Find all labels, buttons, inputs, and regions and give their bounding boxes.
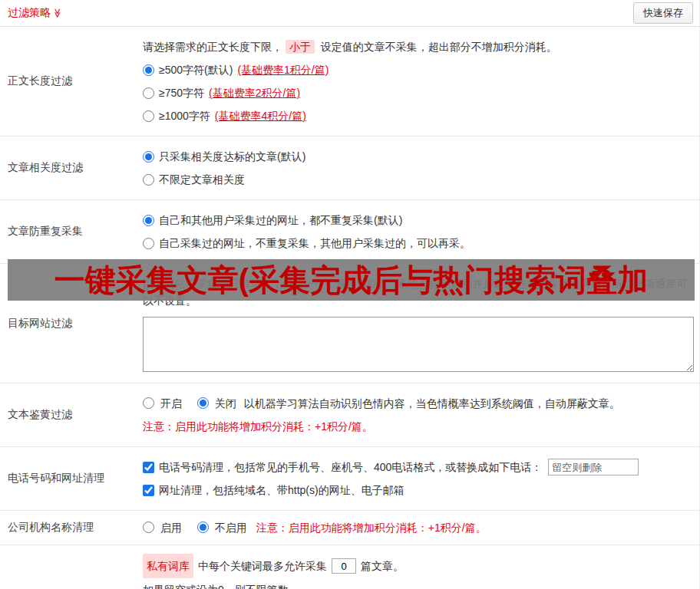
keyword-count-input[interactable] xyxy=(332,558,356,574)
row-keyword-dedup: 关键词防重复采集 私有词库 中每个关键词最多允许采集 篇文章。 如果留空或设为0… xyxy=(0,545,699,589)
watermark-text: 一键采集文章(采集完成后与热门搜索词叠加 xyxy=(54,259,648,301)
less-than-highlight: 小于 xyxy=(286,40,315,54)
length-1000-fee-note: (基础费率4积分/篇) xyxy=(215,104,306,127)
row-body-length-filter: 正文长度过滤 请选择需求的正文长度下限， 小于 设定值的文章不采集，超出部分不增… xyxy=(0,27,699,137)
company-disable-radio[interactable] xyxy=(197,522,209,533)
blocked-sites-textarea[interactable] xyxy=(143,317,694,372)
keyword-limit-line: 私有词库 中每个关键词最多允许采集 篇文章。 xyxy=(143,554,693,578)
relevance-option-default: 只采集相关度达标的文章(默认) xyxy=(143,145,693,168)
length-500-fee-note: (基础费率1积分/篇) xyxy=(237,58,329,81)
body-length-intro: 请选择需求的正文长度下限， 小于 设定值的文章不采集，超出部分不增加积分消耗。 xyxy=(143,35,693,58)
row-phone-url-clean: 电话号码和网址清理 电话号码清理，包括常见的手机号、座机号、400电话格式，或替… xyxy=(0,447,699,511)
filter-strategy-page: 过滤策略 ≫ 快速保存 正文长度过滤 请选择需求的正文长度下限， 小于 设定值的… xyxy=(0,0,700,589)
relevance-default-radio[interactable] xyxy=(143,151,154,163)
porn-on-radio[interactable] xyxy=(143,397,154,409)
row-label-dedup: 文章防重复采集 xyxy=(0,200,137,263)
row-label-company: 公司机构名称清理 xyxy=(0,511,137,545)
length-1000-radio[interactable] xyxy=(143,110,154,122)
dedup-all-radio[interactable] xyxy=(143,215,154,226)
porn-cost-note: 注意：启用此功能将增加积分消耗：+1积分/篇。 xyxy=(143,415,693,438)
porn-off-radio[interactable] xyxy=(197,397,209,409)
company-enable-radio[interactable] xyxy=(143,522,154,533)
page-title[interactable]: 过滤策略 ≫ xyxy=(8,6,63,20)
dedup-option-self: 自己采集过的网址，不重复采集，其他用户采集过的，可以再采。 xyxy=(143,232,693,255)
replacement-phone-input[interactable] xyxy=(548,459,639,475)
dedup-self-radio[interactable] xyxy=(143,238,154,249)
dedup-option-all: 自己和其他用户采集过的网址，都不重复采集(默认) xyxy=(143,209,693,232)
porn-on-option[interactable]: 开启 xyxy=(143,392,182,415)
length-500-radio[interactable] xyxy=(143,64,154,76)
private-lexicon-highlight: 私有词库 xyxy=(143,554,193,578)
company-enable-option[interactable]: 启用 xyxy=(143,516,182,539)
length-750-radio[interactable] xyxy=(143,87,154,99)
row-label-relevance: 文章相关度过滤 xyxy=(0,137,137,199)
company-cost-note: 注意：启用此功能将增加积分消耗：+1积分/篇。 xyxy=(256,516,487,539)
length-750-fee-note: (基础费率2积分/篇) xyxy=(209,81,300,104)
porn-options-line: 开启 关闭 以机器学习算法自动识别色情内容，当色情概率达到系统阈值，自动屏蔽文章… xyxy=(143,392,693,415)
url-clean-line: 网址清理，包括纯域名、带http(s)的网址、电子邮箱 xyxy=(143,479,693,502)
length-option-1000: ≥1000字符 (基础费率4积分/篇) xyxy=(143,104,693,127)
company-options-line: 启用 不启用 注意：启用此功能将增加积分消耗：+1积分/篇。 xyxy=(143,516,693,539)
relevance-option-unlimited: 不限定文章相关度 xyxy=(143,168,693,191)
page-title-text: 过滤策略 xyxy=(8,6,51,20)
keyword-note-zero: 如果留空或设为0，则不限篇数。 xyxy=(143,578,693,589)
row-dedup-filter: 文章防重复采集 自己和其他用户采集过的网址，都不重复采集(默认) 自己采集过的网… xyxy=(0,200,699,264)
row-porn-filter: 文本鉴黄过滤 开启 关闭 以机器学习算法自动识别色情内容，当色情概率达到系统阈值… xyxy=(0,383,699,447)
phone-clean-checkbox[interactable] xyxy=(143,462,154,473)
url-clean-checkbox[interactable] xyxy=(143,485,154,496)
length-option-500: ≥500字符(默认) (基础费率1积分/篇) xyxy=(143,58,693,81)
watermark-overlay-banner: 一键采集文章(采集完成后与热门搜索词叠加 xyxy=(8,259,695,301)
porn-desc: 以机器学习算法自动识别色情内容，当色情概率达到系统阈值，自动屏蔽文章。 xyxy=(244,392,620,415)
length-option-750: ≥750字符 (基础费率2积分/篇) xyxy=(143,81,693,104)
top-bar: 过滤策略 ≫ 快速保存 xyxy=(0,0,699,27)
relevance-unlimited-radio[interactable] xyxy=(143,174,154,186)
row-label-phone-url: 电话号码和网址清理 xyxy=(0,447,137,510)
porn-off-option[interactable]: 关闭 xyxy=(197,392,236,415)
row-label-keyword: 关键词防重复采集 xyxy=(0,545,137,589)
row-company-clean: 公司机构名称清理 启用 不启用 注意：启用此功能将增加积分消耗：+1积分/篇。 xyxy=(0,511,699,545)
quick-save-button[interactable]: 快速保存 xyxy=(633,2,693,24)
chevron-down-icon: ≫ xyxy=(52,8,63,18)
row-relevance-filter: 文章相关度过滤 只采集相关度达标的文章(默认) 不限定文章相关度 xyxy=(0,137,699,200)
phone-clean-line: 电话号码清理，包括常见的手机号、座机号、400电话格式，或替换成如下电话： xyxy=(143,456,693,479)
row-label-porn: 文本鉴黄过滤 xyxy=(0,383,137,446)
row-label-body-length: 正文长度过滤 xyxy=(0,27,137,136)
company-disable-option[interactable]: 不启用 xyxy=(197,516,247,539)
